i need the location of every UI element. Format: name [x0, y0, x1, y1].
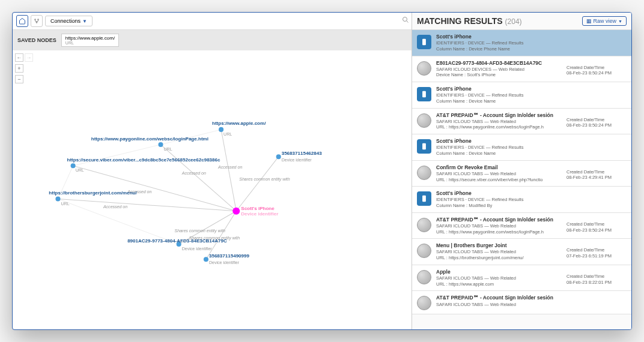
result-line2: URL : https://secure.viber.com/viber/vib… — [436, 177, 562, 183]
left-panel: Connections ▼ SAVED NODES https://www.ap… — [13, 13, 412, 329]
device-icon — [417, 191, 431, 206]
result-item[interactable]: Scott's iPhoneIDENTIFIERS · DEVICE — Ref… — [412, 82, 631, 109]
node-label: https://www.paygonline.com/websc/loginPa… — [91, 136, 208, 142]
globe-icon — [417, 61, 431, 76]
result-title: Scott's iPhone — [436, 34, 562, 40]
result-item[interactable]: AppleSAFARI ICLOUD TABS — Web RelatedURL… — [412, 265, 631, 292]
globe-icon — [417, 296, 431, 310]
svg-point-14 — [403, 17, 407, 22]
edge-label: Accessed on — [217, 165, 242, 169]
result-content: AT&T PREPAID℠ - Account Sign In/older se… — [436, 217, 562, 235]
node-label: 356837115490999 — [209, 253, 250, 259]
result-content: Confirm Or Revoke EmailSAFARI ICLOUD TAB… — [436, 164, 562, 183]
toolbar: Connections ▼ — [13, 13, 412, 30]
result-meta: Created Date/Time08-Feb-23 8:50:24 PM — [567, 112, 627, 131]
result-item[interactable]: AT&T PREPAID℠ - Account Sign In/older se… — [412, 213, 631, 239]
results-title: MATCHING RESULTS — [417, 16, 503, 26]
svg-line-5 — [73, 166, 237, 211]
result-content: Scott's iPhoneIDENTIFIERS · DEVICE — Ref… — [436, 138, 562, 157]
result-line1: SAFARI ICLOUD TABS — Web Related — [436, 171, 562, 177]
result-meta: Created Date/Time08-Feb-23 8:22:01 PM — [567, 269, 627, 287]
device-icon — [417, 139, 431, 154]
svg-line-4 — [160, 145, 236, 211]
raw-view-button[interactable]: ▦ Raw view ▼ — [582, 16, 627, 26]
node-sublabel: Device identifier — [209, 260, 240, 265]
graph-node[interactable] — [204, 257, 208, 262]
result-content: AT&T PREPAID℠ - Account Sign In/older se… — [436, 112, 562, 131]
results-list[interactable]: Scott's iPhoneIDENTIFIERS · DEVICE — Ref… — [412, 30, 631, 329]
globe-icon — [417, 113, 431, 128]
result-line2: Device Name : Scott's iPhone — [436, 72, 562, 78]
globe-icon — [417, 270, 431, 284]
node-label: https://secure.viber.com/viber...c9dc8bc… — [67, 157, 220, 163]
center-node-sublabel: Device identifier — [241, 211, 278, 217]
result-meta: Created Date/Time07-Feb-23 6:51:19 PM — [567, 242, 627, 261]
branch-icon — [34, 18, 40, 24]
svg-rect-18 — [422, 143, 426, 150]
connections-dropdown[interactable]: Connections ▼ — [45, 16, 93, 26]
node-label: https://brothersburgerjoint.com/menu/ — [49, 190, 137, 196]
node-sublabel: URL — [223, 132, 232, 136]
node-sublabel: Device identifier — [182, 247, 213, 251]
result-line2: URL : https://www.paygonline.com/websc/l… — [436, 229, 562, 235]
graph-node[interactable] — [219, 127, 223, 132]
node-sublabel: URL — [164, 147, 172, 151]
result-line1: SAFARI ICLOUD TABS — Web Related — [436, 249, 562, 255]
result-line1: SAFARI ICLOUD TABS — Web Related — [436, 119, 562, 125]
graph-node[interactable] — [55, 197, 60, 202]
saved-nodes-bar: SAVED NODES https://www.apple.com/ URL — [13, 30, 412, 50]
home-button[interactable] — [16, 15, 28, 27]
results-panel: MATCHING RESULTS (204) ▦ Raw view ▼ Scot… — [412, 13, 631, 329]
result-item[interactable]: Scott's iPhoneIDENTIFIERS · DEVICE — Ref… — [412, 30, 631, 56]
device-icon — [417, 87, 431, 101]
result-content: Scott's iPhoneIDENTIFIERS · DEVICE — Ref… — [436, 86, 562, 104]
result-meta: Created Date/Time08-Feb-23 8:50:24 PM — [567, 217, 627, 235]
result-meta — [567, 190, 627, 209]
result-line2: Column Name : Device Phone Name — [436, 46, 562, 52]
result-line2: Column Name : Device Name — [436, 98, 562, 104]
grid-icon: ▦ — [586, 18, 592, 24]
result-item[interactable]: AT&T PREPAID℠ - Account Sign In/older se… — [412, 291, 631, 314]
result-line2: URL : https://www.apple.com — [436, 281, 562, 287]
result-item[interactable]: Menu | Brothers Burger JointSAFARI ICLOU… — [412, 239, 631, 265]
result-line1: SAFARI ICLOUD TABS — Web Related — [436, 302, 562, 308]
svg-point-1 — [38, 19, 39, 20]
graph-svg: Accessed on Accessed on Accessed on Acce… — [13, 50, 412, 329]
graph-canvas[interactable]: Accessed on Accessed on Accessed on Acce… — [13, 50, 412, 329]
svg-line-3 — [221, 130, 236, 211]
saved-node-chip[interactable]: https://www.apple.com/ URL — [61, 34, 119, 47]
results-count: (204) — [505, 17, 522, 26]
edge-label: Accessed on — [181, 171, 206, 175]
graph-node[interactable] — [71, 163, 76, 168]
search-icon[interactable] — [402, 16, 409, 25]
connections-label: Connections — [50, 18, 80, 24]
result-content: AT&T PREPAID℠ - Account Sign In/older se… — [436, 295, 562, 310]
result-line1: IDENTIFIERS · DEVICE — Refined Results — [436, 197, 562, 203]
result-item[interactable]: E801AC29-9773-4804-AFD3-84E3CB14A79CSAFA… — [412, 56, 631, 83]
edge-label: Shares common entity with — [239, 177, 290, 182]
app-frame: Connections ▼ SAVED NODES https://www.ap… — [12, 12, 632, 330]
result-meta — [567, 86, 627, 104]
device-icon — [417, 35, 431, 49]
result-content: E801AC29-9773-4804-AFD3-84E3CB14A79CSAFA… — [436, 60, 562, 79]
result-item[interactable]: Confirm Or Revoke EmailSAFARI ICLOUD TAB… — [412, 161, 631, 187]
result-item[interactable]: Scott's iPhoneIDENTIFIERS · DEVICE — Ref… — [412, 134, 631, 161]
node-sublabel: URL — [61, 202, 69, 206]
result-line2: Column Name : Modified By — [436, 203, 562, 209]
result-content: AppleSAFARI ICLOUD TABS — Web RelatedURL… — [436, 269, 562, 287]
graph-node[interactable] — [158, 142, 163, 147]
result-item[interactable]: AT&T PREPAID℠ - Account Sign In/older se… — [412, 109, 631, 135]
node-sublabel: URL — [76, 168, 84, 172]
result-line1: IDENTIFIERS · DEVICE — Refined Results — [436, 92, 562, 98]
svg-rect-16 — [422, 39, 426, 46]
saved-nodes-label: SAVED NODES — [17, 37, 56, 43]
result-meta — [567, 34, 627, 52]
result-line2: Column Name : Device Name — [436, 151, 562, 157]
center-node[interactable] — [232, 208, 240, 215]
result-item[interactable]: Scott's iPhoneIDENTIFIERS · DEVICE — Ref… — [412, 187, 631, 213]
branch-button[interactable] — [31, 15, 43, 27]
result-line1: SAFARI ICLOUD TABS — Web Related — [436, 223, 562, 229]
graph-node[interactable] — [276, 154, 281, 159]
node-label: 356837115462843 — [282, 151, 323, 156]
globe-icon — [417, 244, 431, 258]
